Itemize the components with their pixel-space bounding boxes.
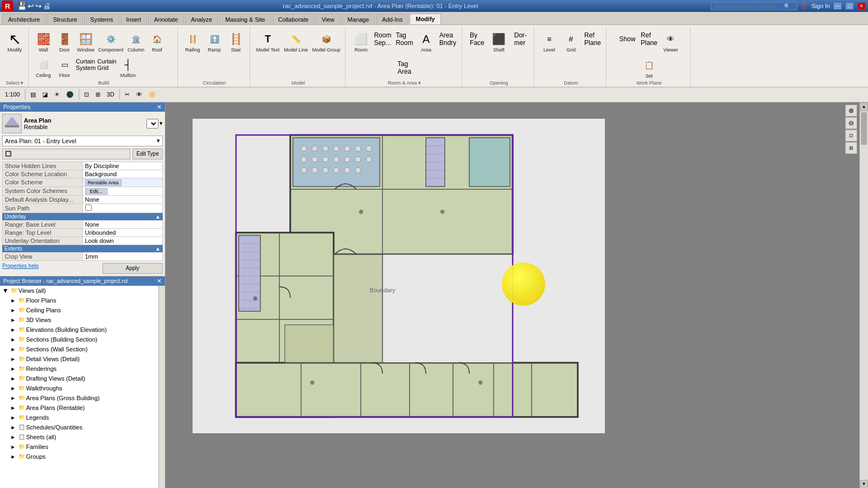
grid-btn[interactable]: #Grid <box>560 29 581 54</box>
tab-structure[interactable]: Structure <box>47 14 84 24</box>
model-line-btn[interactable]: 📏Model Line <box>282 29 309 54</box>
curtain-sys-btn[interactable]: CurtainSystem <box>75 55 96 74</box>
scroll-track-v[interactable] <box>860 111 868 480</box>
pb-walkthroughs[interactable]: ▸ 📁 Walkthroughs <box>0 383 158 393</box>
level-btn[interactable]: ≡Level <box>539 29 559 54</box>
ramp-btn[interactable]: ⬆️Ramp <box>204 29 225 54</box>
prop-val-cs[interactable]: Rentable Area <box>82 178 163 187</box>
close-btn[interactable]: ✕ <box>857 2 866 10</box>
tab-modify[interactable]: Modify <box>410 14 441 24</box>
prop-val-crop[interactable]: 1mm <box>82 252 163 260</box>
edit-sys-color-btn[interactable]: Edit... <box>85 188 107 195</box>
mullion-btn[interactable]: ┤Mullion <box>118 55 138 80</box>
tab-manage[interactable]: Manage <box>342 14 375 24</box>
area-btn[interactable]: AArea <box>416 29 436 54</box>
pb-sections-wall[interactable]: ▸ 📁 Sections (Wall Section) <box>0 344 158 354</box>
zoom-out-btn[interactable]: ⊖ <box>845 117 857 129</box>
pb-detail-views[interactable]: ▸ 📁 Detail Views (Detail) <box>0 354 158 364</box>
pb-3d-views[interactable]: ▸ 📁 3D Views <box>0 315 158 325</box>
pb-drafting-views[interactable]: ▸ 📁 Drafting Views (Detail) <box>0 374 158 383</box>
prop-val-orient[interactable]: Look down <box>82 236 163 245</box>
rentable-area-btn[interactable]: Rentable Area <box>85 179 122 186</box>
sun-settings-btn[interactable]: ☀ <box>52 89 62 100</box>
print-btn[interactable]: 🖨 <box>43 2 50 10</box>
sign-in-btn[interactable]: Sign In <box>812 3 830 9</box>
scroll-thumb-v[interactable] <box>861 112 867 145</box>
component-btn[interactable]: ⚙️Component <box>97 29 125 54</box>
ref-plane-btn[interactable]: RefPlane <box>582 29 603 49</box>
save-btn[interactable]: 💾 <box>17 2 27 10</box>
wall-btn[interactable]: 🧱Wall <box>33 29 54 54</box>
pb-sheets[interactable]: ▸ 📋 Sheets (all) <box>0 432 158 442</box>
dormer-btn[interactable]: Dor-mer <box>510 29 531 49</box>
ceiling-btn[interactable]: ⬜Ceiling <box>33 55 54 80</box>
select-btn[interactable]: ↖ Modify <box>4 29 25 54</box>
pb-legends[interactable]: ▸ 📁 Legends <box>0 413 158 422</box>
prop-val-sun[interactable] <box>82 203 163 213</box>
room-sep-btn[interactable]: RoomSep... <box>372 29 393 49</box>
shaft-btn[interactable]: ⬛Shaft <box>488 29 509 54</box>
search-box[interactable]: 🔍 <box>711 2 797 10</box>
visual-style-btn[interactable]: ◪ <box>40 89 50 100</box>
shadows-btn[interactable]: 🌑 <box>63 89 76 100</box>
prop-val-cs-loc[interactable]: Background <box>82 170 163 178</box>
canvas-area[interactable]: ⊕ ⊕ ⊕ ⊕ ⊕ Boundary ⊕ ⊖ ⊡ ⊞ ▲ ▼ <box>165 102 868 488</box>
curtain-grid-btn[interactable]: CurtainGrid <box>97 55 117 74</box>
pb-elevations[interactable]: ▸ 📁 Elevations (Building Elevation) <box>0 325 158 335</box>
pb-scrollbar[interactable] <box>158 286 165 488</box>
floor-btn[interactable]: ▭Floor <box>54 55 75 80</box>
pb-schedules[interactable]: ▸ 📋 Schedules/Quantities <box>0 422 158 432</box>
canvas-scrollbar-v[interactable]: ▲ ▼ <box>859 102 868 488</box>
viewer-btn[interactable]: 👁Viewer <box>660 29 681 54</box>
minimize-btn[interactable]: ─ <box>833 2 842 10</box>
tab-architecture[interactable]: Architecture <box>2 14 46 24</box>
extents-section-header[interactable]: Extents ▲ <box>2 245 163 252</box>
zoom-sheet-btn[interactable]: ⊞ <box>845 142 857 154</box>
by-face-btn[interactable]: ByFace <box>467 29 487 49</box>
undo-btn[interactable]: ↩ <box>28 2 34 10</box>
set-btn[interactable]: 📋Set <box>639 55 659 80</box>
stair-btn[interactable]: 🪜Stair <box>226 29 246 54</box>
pb-views-all[interactable]: ▼ 📁 Views (all) <box>0 286 158 296</box>
pb-ceiling-plans[interactable]: ▸ 📁 Ceiling Plans <box>0 305 158 315</box>
pb-groups[interactable]: ▸ 📁 Groups <box>0 452 158 461</box>
show-crop-btn[interactable]: ⊞ <box>93 89 103 100</box>
pb-sections-building[interactable]: ▸ 📁 Sections (Building Section) <box>0 335 158 344</box>
pb-families[interactable]: ▸ 📁 Families <box>0 442 158 452</box>
door-btn[interactable]: 🚪Door <box>54 29 75 54</box>
tab-analyze[interactable]: Analyze <box>185 14 218 24</box>
pb-area-gross[interactable]: ▸ 📁 Area Plans (Gross Building) <box>0 393 158 403</box>
scroll-up-btn[interactable]: ▲ <box>860 102 868 111</box>
column-btn[interactable]: 🏛️Column <box>126 29 146 54</box>
properties-close-btn[interactable]: ✕ <box>157 104 162 111</box>
ref-plane2-btn[interactable]: RefPlane <box>639 29 659 49</box>
roof-btn[interactable]: 🏠Roof <box>147 29 168 54</box>
model-group-btn[interactable]: 📦Model Group <box>310 29 342 54</box>
area-boundary-btn[interactable]: AreaBndry <box>437 29 458 49</box>
view-scale[interactable]: 1:100 <box>2 89 23 99</box>
detail-level-btn[interactable]: ▤ <box>28 89 39 100</box>
pb-body[interactable]: ▼ 📁 Views (all) ▸ 📁 Floor Plans ▸ 📁 Ceil… <box>0 286 165 488</box>
edit-type-btn[interactable]: Edit Type <box>132 149 163 159</box>
pb-close-btn[interactable]: ✕ <box>157 278 162 285</box>
maximize-btn[interactable]: □ <box>845 2 854 10</box>
tag-area-btn[interactable]: TagArea <box>394 58 414 78</box>
window-btn[interactable]: 🪟Window <box>75 29 96 54</box>
zoom-in-btn[interactable]: ⊕ <box>845 105 857 117</box>
pb-renderings[interactable]: ▸ 📁 Renderings <box>0 364 158 374</box>
tab-systems[interactable]: Systems <box>84 14 119 24</box>
help-btn[interactable]: ❓ <box>801 3 808 10</box>
tab-annotate[interactable]: Annotate <box>148 14 184 24</box>
railing-btn[interactable]: 🪜Railing <box>182 29 203 54</box>
prop-val-top[interactable]: Unbounded <box>82 228 163 236</box>
zoom-fit-btn[interactable]: ⊡ <box>845 130 857 142</box>
reveal-hidden-btn[interactable]: 👁 <box>133 89 145 99</box>
redo-btn[interactable]: ↪ <box>35 2 42 10</box>
prop-view-dropdown[interactable]: Area Plan: 01 - Entry Level ▾ <box>2 136 163 146</box>
temporary-hide-btn[interactable]: 🔆 <box>146 89 159 100</box>
prop-val-base[interactable]: None <box>82 220 163 228</box>
sun-path-checkbox[interactable] <box>85 204 92 211</box>
prop-type-dropdown[interactable] <box>146 119 158 129</box>
search-input[interactable] <box>713 3 784 9</box>
scroll-down-btn[interactable]: ▼ <box>860 480 868 488</box>
